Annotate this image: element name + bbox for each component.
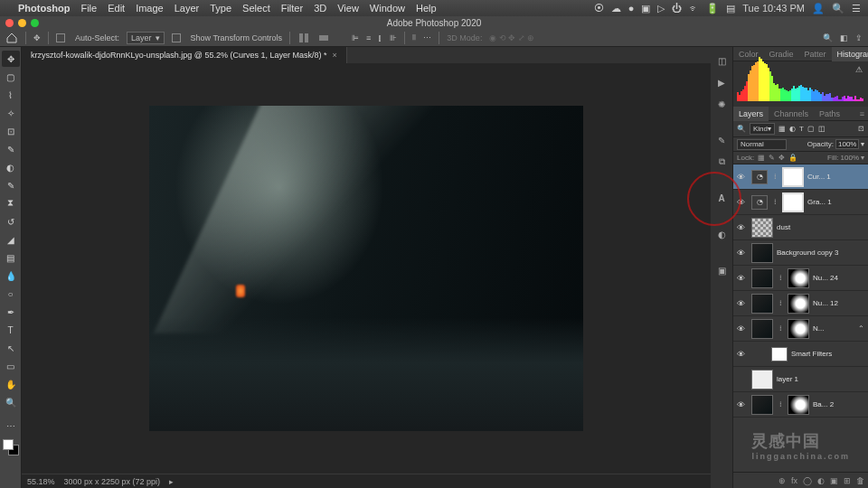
layer-mask-thumb[interactable] (788, 395, 809, 415)
zoom-level[interactable]: 55.18% (27, 477, 55, 486)
adjust-panel-icon[interactable]: ◐ (713, 226, 730, 242)
share-icon[interactable]: ⇪ (855, 33, 863, 42)
menu-layer[interactable]: Layer (175, 3, 200, 14)
link-layers-icon[interactable]: ⊕ (778, 476, 786, 485)
layer-thumb[interactable] (751, 268, 773, 288)
layer-row[interactable]: 👁⁞Ba... 2 (733, 392, 868, 418)
autoselect-checkbox[interactable] (56, 33, 65, 42)
group-icon[interactable]: ▣ (830, 476, 838, 485)
user-icon[interactable]: 👤 (812, 3, 825, 14)
document-tab[interactable]: krzysztof-kowalik-djdoRnnKLyo-unsplash.j… (22, 47, 347, 63)
crop-tool[interactable]: ⊡ (2, 123, 20, 139)
layer-name[interactable]: layer 1 (777, 375, 864, 383)
menu-filter[interactable]: Filter (281, 3, 303, 14)
layer-name[interactable]: Ba... 2 (813, 400, 864, 408)
canvas[interactable] (22, 63, 711, 474)
visibility-toggle[interactable]: 👁 (733, 324, 748, 333)
fx-icon[interactable]: fx (791, 476, 797, 485)
lock-icon[interactable]: 🔒 (788, 154, 797, 162)
show-transform-checkbox[interactable] (172, 33, 181, 42)
panel-icon[interactable]: ◫ (713, 52, 730, 69)
layer-thumb[interactable] (751, 395, 773, 415)
layer-thumb[interactable] (751, 243, 773, 263)
visibility-toggle[interactable]: 👁 (733, 350, 748, 359)
history-brush-tool[interactable]: ↺ (2, 213, 20, 230)
layer-name[interactable]: Background copy 3 (777, 249, 864, 257)
brush-tool[interactable]: ✎ (2, 177, 20, 193)
filter-icon[interactable]: ◫ (818, 125, 826, 133)
char-panel-icon[interactable]: A (713, 190, 730, 206)
mask-icon[interactable]: ◯ (803, 476, 812, 485)
visibility-toggle[interactable]: 👁 (733, 223, 748, 232)
workspace-icon[interactable]: ◧ (840, 33, 848, 42)
autoselect-dropdown[interactable]: Layer▾ (127, 32, 165, 44)
menu-3d[interactable]: 3D (314, 3, 326, 14)
panel-menu-icon[interactable]: ≡ (856, 109, 868, 118)
layer-name[interactable]: Nu... 24 (813, 274, 864, 282)
blend-mode-dropdown[interactable]: Normal (737, 139, 787, 150)
layer-row[interactable]: 👁Background copy 3 (733, 240, 868, 266)
gradient-tool[interactable]: ▤ (2, 249, 20, 266)
hand-tool[interactable]: ✋ (2, 376, 20, 392)
status-chevron-icon[interactable]: ▸ (169, 477, 174, 486)
type-tool[interactable]: T (2, 322, 20, 338)
distribute-icon[interactable]: ⫴ (412, 33, 416, 42)
eyedropper-tool[interactable]: ✎ (2, 141, 20, 157)
panel-icon[interactable]: ▶ (713, 74, 730, 90)
zoom-button[interactable] (31, 19, 39, 27)
layer-thumb[interactable] (751, 319, 773, 339)
visibility-toggle[interactable]: 👁 (733, 274, 748, 283)
tab-histogram[interactable]: Histogram (832, 47, 868, 61)
doc-dimensions[interactable]: 3000 px x 2250 px (72 ppi) (64, 477, 161, 486)
align-icon[interactable] (317, 32, 330, 44)
menu-image[interactable]: Image (136, 3, 164, 14)
path-tool[interactable]: ↖ (2, 340, 20, 356)
layer-row[interactable]: 👁◔⁞Gra... 1 (733, 190, 868, 215)
layer-name[interactable]: dust (777, 223, 864, 231)
layer-mask-thumb[interactable] (788, 294, 809, 314)
lock-position-icon[interactable]: ✎ (769, 154, 775, 162)
delete-layer-icon[interactable]: 🗑 (856, 476, 864, 485)
layer-row[interactable]: 👁⁞Nu... 24 (733, 266, 868, 291)
filter-icon[interactable]: ◐ (789, 125, 796, 133)
color-swatches[interactable] (3, 439, 19, 455)
visibility-toggle[interactable]: 👁 (733, 400, 748, 409)
layer-mask-thumb[interactable] (782, 167, 804, 187)
layer-row[interactable]: 👁◔⁞Cur... 1 (733, 164, 868, 190)
clone-panel-icon[interactable]: ⧉ (713, 154, 730, 170)
align-icon[interactable]: ≡ (366, 33, 371, 42)
lock-pixels-icon[interactable]: ▦ (758, 154, 765, 162)
marquee-tool[interactable]: ▢ (2, 69, 20, 85)
tab-layers[interactable]: Layers (733, 107, 769, 121)
layer-row[interactable]: 👁⁞Nu... 12 (733, 291, 868, 316)
eraser-tool[interactable]: ◢ (2, 231, 20, 248)
layer-mask-thumb[interactable] (788, 319, 809, 339)
tab-patterns[interactable]: Patter (799, 47, 832, 61)
filter-icon[interactable]: T (799, 125, 804, 133)
visibility-toggle[interactable]: 👁 (733, 299, 748, 308)
layer-mask-thumb[interactable] (782, 192, 804, 212)
layer-name[interactable]: Nu... 12 (813, 299, 864, 307)
menu-help[interactable]: Help (416, 3, 437, 14)
brush-panel-icon[interactable]: ✎ (713, 132, 730, 148)
wand-tool[interactable]: ✧ (2, 105, 20, 121)
menu-select[interactable]: Select (242, 3, 270, 14)
layer-name[interactable]: Cur... 1 (807, 173, 864, 181)
app-menu[interactable]: Photoshop (18, 3, 70, 14)
menu-window[interactable]: Window (370, 3, 405, 14)
fill-input[interactable]: 100% (841, 154, 859, 162)
align-icon[interactable] (297, 32, 310, 44)
libraries-panel-icon[interactable]: ▣ (713, 262, 730, 278)
layer-mask-thumb[interactable] (788, 268, 809, 288)
layer-thumb[interactable] (751, 218, 773, 238)
tab-channels[interactable]: Channels (769, 107, 814, 121)
layer-row[interactable]: 👁dust (733, 215, 868, 240)
layer-thumb[interactable] (751, 370, 773, 389)
layer-row[interactable]: 👁⁞N...⌃ (733, 316, 868, 342)
filter-icon[interactable]: ▦ (778, 125, 786, 133)
align-icon[interactable]: ⊪ (390, 33, 397, 42)
blur-tool[interactable]: 💧 (2, 267, 20, 284)
adjustment-icon[interactable]: ◐ (817, 476, 825, 485)
zoom-tool[interactable]: 🔍 (2, 394, 20, 410)
menubar-clock[interactable]: Tue 10:43 PM (742, 3, 805, 14)
